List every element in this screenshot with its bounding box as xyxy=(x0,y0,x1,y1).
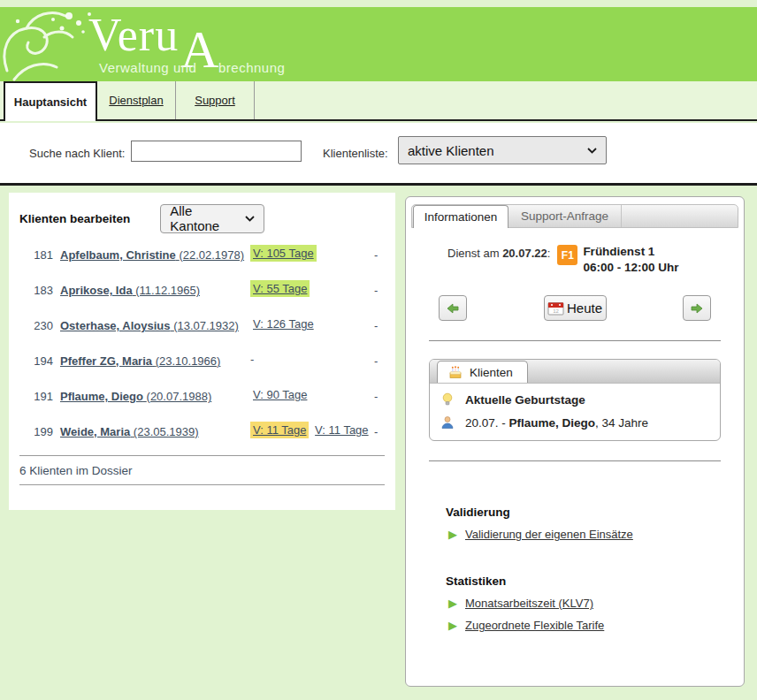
clients-panel-footer: 6 Klienten im Dossier xyxy=(19,455,385,485)
client-dob: (23.10.1966) xyxy=(156,354,221,368)
birthday-cake-icon xyxy=(448,365,463,379)
dienst-name: Frühdienst 1 xyxy=(583,245,654,258)
statistiken-link-row: ▶ Monatsarbeitszeit (KLV7) xyxy=(448,597,744,610)
tab-klienten-label: Klienten xyxy=(470,366,513,379)
canton-filter-select[interactable]: Alle Kantone xyxy=(160,204,264,233)
client-id: 183 xyxy=(21,284,53,297)
client-row: 194 Pfeffer ZG, Maria (23.10.1966) - - xyxy=(9,344,395,379)
dienst-time: 06:00 - 12:00 Uhr xyxy=(583,261,678,274)
client-list-select[interactable]: aktive Klienten xyxy=(398,136,607,164)
date-navigation: 12 Heute xyxy=(439,295,711,321)
tab-dienstplan-label: Dienstplan xyxy=(109,94,163,107)
tab-support-anfrage-label: Support-Anfrage xyxy=(521,209,608,223)
client-dob: (11.12.1965) xyxy=(135,284,200,297)
client-name: Pfeffer ZG, Maria xyxy=(60,354,152,368)
tab-klienten[interactable]: Klienten xyxy=(437,361,528,383)
today-button-label: Heute xyxy=(567,301,602,316)
vacation-days-link[interactable]: V: 11 Tage xyxy=(250,422,309,438)
person-icon xyxy=(440,415,455,430)
clients-panel: Klienten bearbeiten Alle Kantone 181 Apf… xyxy=(9,193,395,510)
divider xyxy=(19,484,385,485)
vacation-days-link[interactable]: V: 11 Tage xyxy=(312,422,371,438)
validierung-title: Validierung xyxy=(446,506,744,519)
client-search-input[interactable] xyxy=(131,141,302,162)
client-name-link[interactable]: Apfelbaum, Christine (22.02.1978) xyxy=(60,248,244,262)
dienst-colon: : xyxy=(547,247,551,260)
birthday-entry: 20.07. - Pflaume, Diego, 34 Jahre xyxy=(465,416,648,430)
tab-hauptansicht[interactable]: Hauptansicht xyxy=(4,81,97,121)
vacation-days-link[interactable]: V: 55 Tage xyxy=(250,280,310,297)
client-name: Pflaume, Diego xyxy=(60,390,143,403)
tab-support[interactable]: Support xyxy=(176,81,255,119)
flexible-tarife-link[interactable]: Zugeordnete Flexible Tarife xyxy=(463,619,604,632)
lightbulb-icon xyxy=(440,392,455,407)
dienst-details: Frühdienst 1 06:00 - 12:00 Uhr xyxy=(583,244,678,276)
statistiken-link-row: ▶ Zugeordnete Flexible Tarife xyxy=(448,619,744,632)
client-name: Apfelbaum, Christine xyxy=(60,248,176,262)
birthday-entry-row: 20.07. - Pflaume, Diego, 34 Jahre xyxy=(440,415,709,430)
today-button[interactable]: 12 Heute xyxy=(544,295,607,321)
client-dob: (20.07.1988) xyxy=(147,390,212,403)
vacation-days-link[interactable]: V: 105 Tage xyxy=(250,245,317,262)
client-name-link[interactable]: Aprikose, Ida (11.12.1965) xyxy=(60,284,200,297)
client-name: Aprikose, Ida xyxy=(60,284,133,297)
vacation-cell: V: 126 Tage xyxy=(250,317,317,331)
birthday-heading-row: Aktuelle Geburtstage xyxy=(440,392,709,407)
client-row-dash: - xyxy=(374,284,378,297)
arrow-right-icon xyxy=(690,301,704,316)
next-day-button[interactable] xyxy=(683,295,711,321)
vacation-days-link[interactable]: V: 126 Tage xyxy=(250,316,317,332)
client-name: Osterhase, Aloysius xyxy=(60,319,171,332)
birthday-heading: Aktuelle Geburtstage xyxy=(465,393,585,407)
client-name-link[interactable]: Pfeffer ZG, Maria (23.10.1966) xyxy=(60,354,220,368)
clients-panel-title: Klienten bearbeiten xyxy=(19,212,130,225)
previous-day-button[interactable] xyxy=(439,295,467,321)
birthday-name: Pflaume, Diego xyxy=(509,416,596,430)
dienst-info-row: Dienst am 20.07.22: F1 Frühdienst 1 06:0… xyxy=(447,244,744,276)
tab-support-anfrage[interactable]: Support-Anfrage xyxy=(508,205,622,227)
vacation-cell: - xyxy=(250,353,254,366)
app-header: Veru A Verwaltung und brechnung xyxy=(0,7,757,81)
chevron-down-icon xyxy=(587,148,597,154)
validierung-link-row: ▶ Validierung der eigenen Einsätze xyxy=(448,528,744,541)
client-row: 183 Aprikose, Ida (11.12.1965) V: 55 Tag… xyxy=(9,273,395,308)
monatsarbeitszeit-link[interactable]: Monatsarbeitszeit (KLV7) xyxy=(463,597,593,610)
validierung-eigene-einsaetze-link[interactable]: Validierung der eigenen Einsätze xyxy=(463,528,633,541)
green-triangle-bullet: ▶ xyxy=(448,597,457,609)
vacation-days-link[interactable]: V: 90 Tage xyxy=(250,386,310,403)
info-panel: Informationen Support-Anfrage Dienst am … xyxy=(405,196,745,687)
verua-app: { "header": { "logo_main": "Veru", "logo… xyxy=(0,0,757,700)
client-name-link[interactable]: Pflaume, Diego (20.07.1988) xyxy=(60,390,211,403)
statistiken-title: Statistiken xyxy=(446,574,744,588)
client-row-dash: - xyxy=(374,319,378,332)
client-name: Weide, Maria xyxy=(60,425,130,438)
client-id: 181 xyxy=(21,248,53,262)
vacation-cell: V: 90 Tage xyxy=(250,388,310,401)
logo-verua: Veru xyxy=(88,9,179,61)
search-label: Suche nach Klient: xyxy=(29,147,125,160)
client-row-dash: - xyxy=(374,425,378,438)
canton-filter-value: Alle Kantone xyxy=(170,203,245,233)
client-row: 230 Osterhase, Aloysius (13.07.1932) V: … xyxy=(9,308,395,344)
clients-panel-header: Klienten bearbeiten Alle Kantone xyxy=(9,193,395,233)
client-name-link[interactable]: Osterhase, Aloysius (13.07.1932) xyxy=(60,319,239,332)
vacation-cell: V: 11 Tage V: 11 Tage xyxy=(250,423,371,437)
tab-dienstplan[interactable]: Dienstplan xyxy=(97,81,176,119)
client-dob: (13.07.1932) xyxy=(173,319,239,332)
tab-support-label: Support xyxy=(195,94,235,107)
tab-hauptansicht-label: Hauptansicht xyxy=(14,95,87,109)
birthday-age: , 34 Jahre xyxy=(595,416,648,430)
tab-informationen[interactable]: Informationen xyxy=(413,205,508,228)
client-name-link[interactable]: Weide, Maria (23.05.1939) xyxy=(60,425,199,438)
klienten-box: Klienten Aktuelle Geburtstage 20.07. - P… xyxy=(429,359,721,441)
calendar-icon: 12 xyxy=(547,301,564,316)
chevron-down-icon xyxy=(245,216,255,222)
logo-tagline-right: brechnung xyxy=(218,60,285,75)
divider xyxy=(429,460,721,461)
client-row-dash: - xyxy=(374,354,378,368)
client-row: 199 Weide, Maria (23.05.1939) V: 11 Tage… xyxy=(9,415,395,450)
search-bar: Suche nach Klient: Klientenliste: aktive… xyxy=(0,123,757,186)
dienst-label: Dienst am 20.07.22: xyxy=(447,247,550,260)
client-row-dash: - xyxy=(374,390,378,403)
klienten-box-body: Aktuelle Geburtstage 20.07. - Pflaume, D… xyxy=(430,384,720,440)
